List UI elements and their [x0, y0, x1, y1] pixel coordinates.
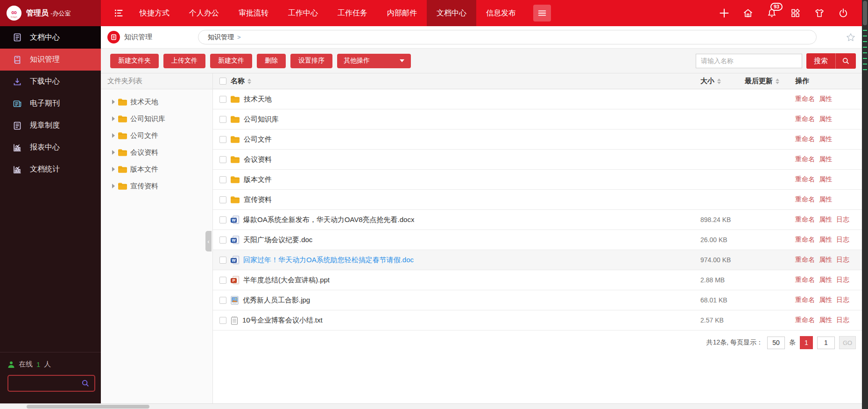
action-属性[interactable]: 属性: [819, 215, 832, 224]
tree-folder-公司文件[interactable]: 公司文件: [101, 127, 212, 144]
row-checkbox[interactable]: [219, 196, 226, 203]
action-重命名[interactable]: 重命名: [795, 236, 815, 244]
breadcrumb[interactable]: 知识管理 >: [198, 30, 817, 44]
row-checkbox[interactable]: [219, 277, 226, 284]
theme-shirt-icon[interactable]: [813, 7, 826, 19]
row-checkbox[interactable]: [219, 136, 226, 143]
action-属性[interactable]: 属性: [819, 135, 832, 144]
hscroll-thumb[interactable]: [27, 405, 149, 409]
tree-expand-caret-icon[interactable]: [112, 150, 115, 155]
action-属性[interactable]: 属性: [819, 95, 832, 103]
action-重命名[interactable]: 重命名: [795, 256, 815, 264]
current-page-button[interactable]: 1: [800, 336, 813, 349]
go-button[interactable]: GO: [839, 336, 856, 349]
tree-folder-版本文件[interactable]: 版本文件: [101, 161, 212, 178]
action-重命名[interactable]: 重命名: [795, 215, 815, 224]
column-size[interactable]: 大小: [700, 77, 721, 86]
file-name[interactable]: 公司知识库: [244, 115, 279, 124]
tree-expand-caret-icon[interactable]: [112, 116, 115, 121]
action-重命名[interactable]: 重命名: [795, 195, 815, 204]
toolbar-button-新建文件[interactable]: 新建文件: [210, 54, 252, 68]
action-日志[interactable]: 日志: [836, 276, 849, 284]
favorite-star-icon[interactable]: [846, 32, 856, 43]
action-属性[interactable]: 属性: [819, 155, 832, 164]
column-updated[interactable]: 最后更新: [745, 77, 779, 86]
nav-list-icon[interactable]: [113, 0, 125, 26]
goto-page-input[interactable]: [817, 337, 835, 349]
file-name[interactable]: 半年度总结(大会宣讲稿).ppt: [243, 276, 330, 285]
row-checkbox[interactable]: [219, 156, 226, 163]
tree-expand-caret-icon[interactable]: [112, 133, 115, 138]
action-属性[interactable]: 属性: [819, 236, 832, 244]
row-checkbox[interactable]: [219, 317, 226, 324]
nav-item-工作任务[interactable]: 工作任务: [328, 0, 377, 26]
action-重命名[interactable]: 重命名: [795, 115, 815, 123]
row-checkbox[interactable]: [219, 297, 226, 304]
file-name[interactable]: 技术天地: [244, 95, 272, 104]
account-area[interactable]: ∞ 华天动力 管理员 -办公室: [0, 0, 101, 26]
action-属性[interactable]: 属性: [819, 256, 832, 264]
row-checkbox[interactable]: [219, 237, 226, 244]
nav-item-工作中心[interactable]: 工作中心: [278, 0, 328, 26]
action-重命名[interactable]: 重命名: [795, 155, 815, 164]
tree-folder-会议资料[interactable]: 会议资料: [101, 144, 212, 161]
tree-expand-caret-icon[interactable]: [112, 100, 115, 104]
row-checkbox[interactable]: [219, 216, 226, 223]
nav-item-内部邮件[interactable]: 内部邮件: [377, 0, 427, 26]
action-属性[interactable]: 属性: [819, 195, 832, 204]
action-日志[interactable]: 日志: [836, 316, 849, 324]
action-属性[interactable]: 属性: [819, 296, 832, 304]
action-属性[interactable]: 属性: [819, 316, 832, 324]
file-name[interactable]: 宣传资料: [244, 195, 272, 204]
action-日志[interactable]: 日志: [836, 236, 849, 244]
row-checkbox[interactable]: [219, 116, 226, 123]
row-checkbox[interactable]: [219, 176, 226, 183]
tree-expand-caret-icon[interactable]: [112, 184, 115, 188]
file-name[interactable]: 回家过年！华天动力OA系统助您轻松搞定春节请假.doc: [243, 256, 414, 265]
nav-item-审批流转[interactable]: 审批流转: [229, 0, 278, 26]
vertical-scrollbar[interactable]: [862, 0, 868, 409]
sidebar-section-docs[interactable]: 文档中心: [0, 26, 101, 49]
file-name[interactable]: 公司文件: [244, 135, 272, 144]
file-name[interactable]: 优秀新人员工合影.jpg: [243, 296, 310, 305]
file-name[interactable]: 天阳广场会议纪要.doc: [243, 236, 312, 244]
toolbar-button-新建文件夹[interactable]: 新建文件夹: [110, 54, 159, 68]
bell-icon[interactable]: 93: [766, 7, 778, 19]
page-size-input[interactable]: [767, 337, 785, 349]
action-日志[interactable]: 日志: [836, 215, 849, 224]
plus-icon[interactable]: [718, 7, 730, 19]
file-name[interactable]: 10号企业博客会议小结.txt: [242, 316, 323, 325]
power-icon[interactable]: [837, 7, 849, 19]
horizontal-scrollbar[interactable]: [0, 403, 868, 409]
name-search-input[interactable]: [696, 54, 802, 68]
column-name[interactable]: 名称: [231, 77, 251, 86]
sidebar-item-下载中心[interactable]: 下载中心: [0, 71, 101, 93]
select-all-checkbox[interactable]: [219, 78, 226, 85]
toolbar-button-设置排序[interactable]: 设置排序: [290, 54, 332, 68]
action-日志[interactable]: 日志: [836, 256, 849, 264]
action-重命名[interactable]: 重命名: [795, 296, 815, 304]
sidebar-item-知识管理[interactable]: 知识管理: [0, 49, 101, 71]
row-checkbox[interactable]: [219, 257, 226, 264]
search-button[interactable]: 搜索: [806, 53, 856, 69]
sidebar-item-文档统计[interactable]: 文档统计: [0, 158, 101, 180]
nav-item-个人办公[interactable]: 个人办公: [179, 0, 229, 26]
action-属性[interactable]: 属性: [819, 175, 832, 184]
home-icon[interactable]: [742, 7, 754, 19]
sidebar-item-电子期刊[interactable]: 电子期刊: [0, 93, 101, 115]
action-重命名[interactable]: 重命名: [795, 135, 815, 144]
action-日志[interactable]: 日志: [836, 296, 849, 304]
nav-overflow-button[interactable]: [533, 5, 551, 22]
action-重命名[interactable]: 重命名: [795, 276, 815, 284]
action-属性[interactable]: 属性: [819, 115, 832, 123]
nav-item-快捷方式[interactable]: 快捷方式: [130, 0, 179, 26]
action-重命名[interactable]: 重命名: [795, 95, 815, 103]
nav-item-文档中心[interactable]: 文档中心: [427, 0, 476, 26]
file-name[interactable]: 版本文件: [244, 175, 272, 184]
nav-item-信息发布[interactable]: 信息发布: [476, 0, 526, 26]
file-name[interactable]: 会议资料: [244, 155, 272, 164]
action-重命名[interactable]: 重命名: [795, 316, 815, 324]
vscroll-thumb[interactable]: [863, 1, 867, 25]
toolbar-button-上传文件[interactable]: 上传文件: [163, 54, 205, 68]
tree-folder-技术天地[interactable]: 技术天地: [101, 93, 212, 110]
